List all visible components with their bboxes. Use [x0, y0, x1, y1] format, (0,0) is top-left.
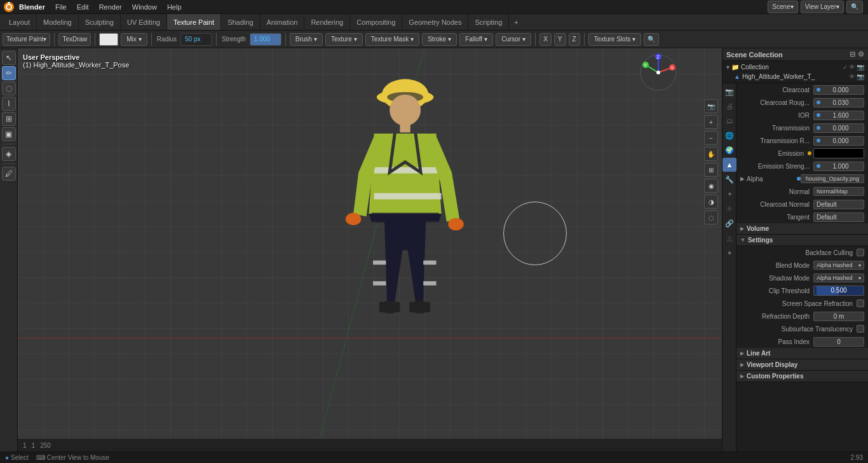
emission-strength-value[interactable]: 1.000: [813, 162, 864, 171]
tab-animation[interactable]: Animation: [261, 14, 305, 30]
obj-vis-icon[interactable]: 👁: [849, 73, 855, 80]
data-tab[interactable]: △: [722, 231, 736, 245]
tangent-value[interactable]: Default: [813, 212, 864, 222]
transmission-roughness-value[interactable]: 0.000: [813, 136, 864, 146]
x-axis-btn[interactable]: X: [539, 33, 552, 46]
object-item[interactable]: ▲ High_Altitude_Worker_T_ 👁 📷: [724, 72, 867, 81]
tab-uv-editing[interactable]: UV Editing: [121, 14, 167, 30]
output-tab[interactable]: 🖨: [722, 99, 736, 113]
tab-geometry-nodes[interactable]: Geometry Nodes: [402, 14, 468, 30]
constraints-tab[interactable]: 🔗: [722, 216, 736, 230]
blend-mode-selector[interactable]: Mix ▾: [121, 33, 147, 46]
falloff-dropdown[interactable]: Falloff ▾: [459, 33, 493, 46]
smear-tool[interactable]: ⌇: [2, 97, 16, 111]
fill-tool[interactable]: ▣: [2, 127, 16, 141]
draw-tool[interactable]: ✏: [2, 66, 16, 80]
modifier-tab[interactable]: 🔧: [722, 172, 736, 186]
tab-modeling[interactable]: Modeling: [37, 14, 79, 30]
shadow-mode-dropdown[interactable]: Alpha Hashed ▾: [813, 273, 864, 282]
zoom-in-btn[interactable]: +: [704, 115, 718, 129]
overlay-btn[interactable]: ◌: [704, 211, 718, 225]
menu-render[interactable]: Render: [94, 2, 127, 12]
blend-mode-dropdown[interactable]: Alpha Hashed ▾: [813, 261, 864, 270]
blender-logo[interactable]: [3, 1, 15, 13]
object-tab[interactable]: ▲: [722, 158, 736, 172]
material-tab[interactable]: ●: [722, 245, 736, 259]
menu-edit[interactable]: Edit: [72, 2, 94, 12]
transmission-value[interactable]: 0.000: [813, 123, 864, 133]
y-axis-btn[interactable]: Y: [554, 33, 566, 46]
clearcoat-value[interactable]: 0.000: [813, 85, 864, 95]
add-workspace-button[interactable]: +: [509, 14, 523, 30]
view-layer-selector[interactable]: View Layer ▾: [801, 1, 844, 13]
annotate-tool[interactable]: 🖊: [2, 167, 16, 181]
physics-tab[interactable]: ⚛: [722, 202, 736, 216]
render-tab[interactable]: 📷: [722, 85, 736, 99]
clearcoat-roughness-value[interactable]: 0.030: [813, 98, 864, 107]
line-art-section[interactable]: ▶ Line Art: [736, 348, 868, 359]
shading-btn[interactable]: ◑: [704, 195, 718, 209]
alpha-expand[interactable]: ▶: [740, 176, 745, 182]
settings-section[interactable]: ▼ Settings: [736, 235, 868, 246]
obj-render-icon[interactable]: 📷: [857, 73, 864, 80]
mask-tool[interactable]: ◈: [2, 147, 16, 161]
brush-dropdown[interactable]: Brush ▾: [290, 33, 323, 46]
options-icon[interactable]: ⚙: [858, 50, 864, 59]
texture-mask-dropdown[interactable]: Texture Mask ▾: [365, 33, 419, 46]
zoom-out-btn[interactable]: −: [704, 131, 718, 145]
pan-btn[interactable]: ✋: [704, 147, 718, 161]
viewport-display-section[interactable]: ▶ Viewport Display: [736, 359, 868, 371]
custom-properties-section[interactable]: ▶ Custom Properties: [736, 371, 868, 382]
search-icon-btn[interactable]: 🔍: [644, 33, 659, 46]
tab-texture-paint[interactable]: Texture Paint: [167, 14, 221, 30]
scene-tab[interactable]: 🌐: [722, 128, 736, 142]
tab-sculpting[interactable]: Sculpting: [79, 14, 121, 30]
ior-value[interactable]: 1.600: [813, 111, 864, 120]
soften-tool[interactable]: ◌: [2, 81, 16, 95]
menu-file[interactable]: File: [50, 2, 72, 12]
tab-layout[interactable]: Layout: [3, 14, 37, 30]
z-axis-btn[interactable]: Z: [569, 33, 580, 46]
normal-value[interactable]: Normal/Map: [813, 187, 864, 196]
tab-rendering[interactable]: Rendering: [304, 14, 350, 30]
menu-help[interactable]: Help: [162, 2, 187, 12]
backface-checkbox[interactable]: [857, 249, 864, 256]
refraction-depth-value[interactable]: 0 m: [813, 312, 864, 321]
search-button[interactable]: 🔍: [846, 1, 863, 13]
vis-icon[interactable]: 👁: [849, 64, 855, 71]
axis-gizmo[interactable]: X Y Z: [639, 53, 677, 93]
render-icon[interactable]: 📷: [857, 64, 864, 71]
texture-dropdown[interactable]: Texture ▾: [325, 33, 363, 46]
color-picker[interactable]: [99, 33, 118, 46]
tab-compositing[interactable]: Compositing: [350, 14, 402, 30]
clearcoat-normal-value[interactable]: Default: [813, 200, 864, 209]
strength-value[interactable]: 1.000: [250, 33, 281, 46]
texture-slots-dropdown[interactable]: Texture Slots ▾: [588, 33, 642, 46]
clip-threshold-slider[interactable]: 0.500: [813, 286, 864, 296]
world-tab[interactable]: 🌍: [722, 143, 736, 157]
emission-color[interactable]: [813, 148, 864, 158]
viewport[interactable]: User Perspective (1) High_Altitude_Worke…: [18, 48, 722, 452]
select-tool[interactable]: ↖: [2, 51, 16, 65]
tab-scripting[interactable]: Scripting: [468, 14, 509, 30]
menu-window[interactable]: Window: [127, 2, 162, 12]
clone-tool[interactable]: ⊞: [2, 112, 16, 126]
cursor-dropdown[interactable]: Cursor ▾: [496, 33, 531, 46]
pass-index-value[interactable]: 0: [813, 337, 864, 347]
orthographic-btn[interactable]: ⊞: [704, 163, 718, 177]
tool-selector[interactable]: TexDraw: [58, 33, 91, 46]
stroke-dropdown[interactable]: Stroke ▾: [422, 33, 457, 46]
radius-value[interactable]: 50 px: [180, 33, 212, 46]
particles-tab[interactable]: ✦: [722, 187, 736, 201]
volume-section[interactable]: ▶ Volume: [736, 223, 868, 235]
view-layer-tab[interactable]: 🗂: [722, 114, 736, 128]
camera-view-btn[interactable]: 📷: [704, 99, 718, 113]
mode-selector[interactable]: Texture Paint ▾: [3, 33, 50, 46]
filter-icon[interactable]: ⊟: [850, 50, 855, 59]
scene-selector[interactable]: Scene ▾: [768, 1, 797, 13]
collection-item[interactable]: ▾ 📁 Collection ✓ 👁 📷: [724, 62, 867, 72]
sst-checkbox[interactable]: [857, 325, 864, 333]
local-view-btn[interactable]: ◉: [704, 179, 718, 193]
alpha-texture[interactable]: housing_Opacity.png: [801, 174, 864, 183]
tab-shading[interactable]: Shading: [221, 14, 260, 30]
